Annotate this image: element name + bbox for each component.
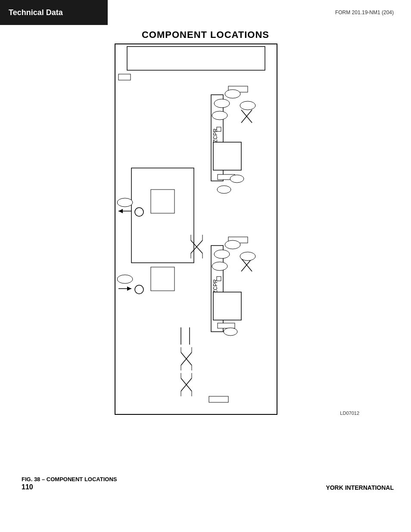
svg-rect-1 bbox=[127, 47, 265, 70]
ld-number: LD07012 bbox=[340, 411, 359, 416]
svg-point-16 bbox=[217, 186, 231, 193]
svg-point-43 bbox=[212, 262, 227, 271]
svg-rect-27 bbox=[151, 267, 174, 291]
svg-rect-22 bbox=[151, 190, 174, 213]
svg-rect-5 bbox=[213, 142, 241, 170]
svg-point-40 bbox=[225, 240, 240, 249]
svg-rect-2 bbox=[118, 74, 131, 80]
svg-point-46 bbox=[224, 328, 237, 336]
svg-point-42 bbox=[240, 252, 255, 261]
svg-rect-45 bbox=[218, 323, 235, 328]
fig-label: FIG. 38 – COMPONENT LOCATIONS bbox=[22, 476, 117, 482]
svg-point-15 bbox=[230, 175, 244, 183]
svg-rect-13 bbox=[217, 127, 221, 131]
svg-rect-44 bbox=[217, 277, 221, 281]
svg-point-20 bbox=[117, 198, 133, 207]
company-name: YORK INTERNATIONAL bbox=[326, 484, 394, 491]
svg-point-41 bbox=[214, 250, 230, 258]
page-number: 110 bbox=[22, 483, 33, 491]
page-title: COMPONENT LOCATIONS bbox=[0, 29, 411, 40]
header-title: Technical Data bbox=[9, 8, 63, 17]
svg-point-21 bbox=[135, 208, 143, 216]
header-bar: Technical Data bbox=[0, 0, 108, 25]
form-number: FORM 201.19-NM1 (204) bbox=[335, 9, 394, 16]
svg-rect-61 bbox=[209, 396, 228, 402]
svg-point-12 bbox=[212, 111, 227, 120]
svg-point-26 bbox=[135, 285, 143, 294]
diagram-container: 1-ZCPR bbox=[114, 43, 278, 418]
svg-point-25 bbox=[117, 275, 133, 283]
svg-point-11 bbox=[240, 101, 255, 110]
svg-rect-36 bbox=[213, 292, 241, 320]
svg-point-9 bbox=[225, 90, 240, 98]
component-locations-diagram: 1-ZCPR bbox=[114, 43, 278, 418]
svg-point-10 bbox=[214, 99, 230, 108]
